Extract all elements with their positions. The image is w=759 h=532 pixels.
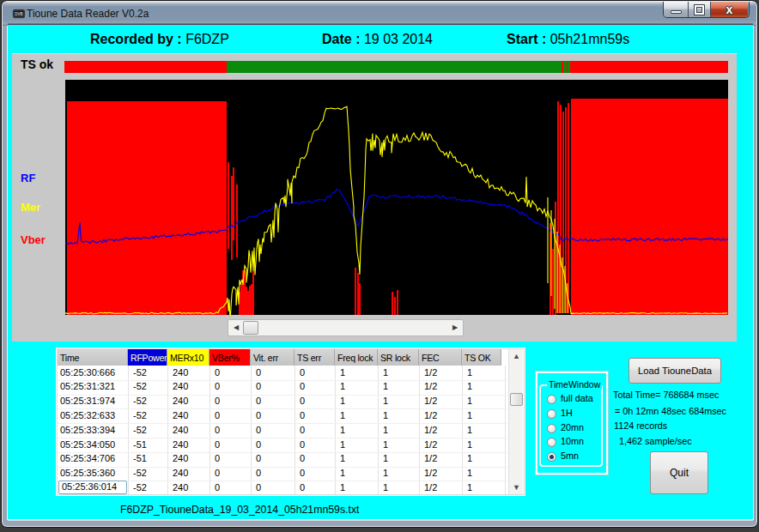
svg-text:DVB: DVB (15, 12, 22, 16)
